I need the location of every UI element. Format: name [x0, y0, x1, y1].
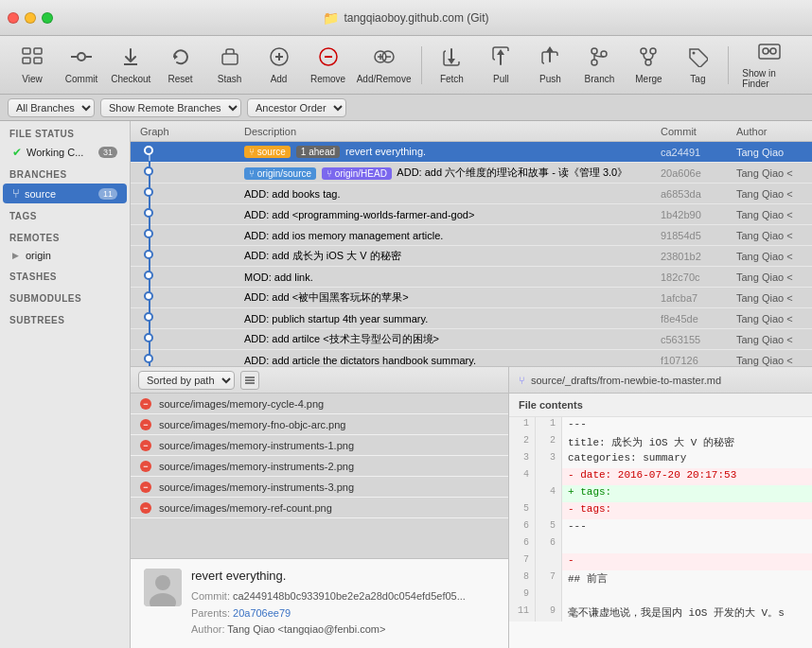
- table-row[interactable]: ADD: add <被中国黑客玩坏的苹果> 1afcba7 Tang Qiao …: [131, 288, 812, 308]
- reset-button[interactable]: Reset: [158, 43, 203, 88]
- table-row[interactable]: MOD: add link. 182c70c Tang Qiao <: [131, 267, 812, 288]
- commit-label: Commit: [65, 74, 97, 84]
- svg-marker-21: [497, 49, 504, 55]
- source-branch-badge: 11: [98, 188, 117, 200]
- addremove-label: Add/Remove: [357, 74, 412, 84]
- push-button[interactable]: Push: [527, 43, 573, 88]
- working-copy-icon: ✔: [12, 146, 22, 159]
- diff-line: 3 3 categories: summary: [509, 451, 812, 468]
- svg-rect-2: [23, 58, 30, 63]
- checkout-label: Checkout: [111, 74, 150, 84]
- commit-header: Commit: [661, 126, 736, 137]
- list-item[interactable]: − source/images/memory-cycle-4.png: [131, 394, 508, 414]
- svg-point-23: [591, 48, 597, 54]
- source-tag: ⑂ source: [244, 146, 291, 158]
- diff-line: 6 5 ---: [509, 519, 812, 536]
- table-row[interactable]: ADD: add article the dictators handbook …: [131, 350, 812, 366]
- file-path: source/images/memory-cycle-4.png: [159, 398, 324, 410]
- sidebar-item-source[interactable]: ⑂ source 11: [3, 184, 127, 203]
- svg-rect-1: [34, 48, 42, 54]
- minimize-button[interactable]: [25, 12, 36, 24]
- tag-label: Tag: [690, 74, 705, 84]
- tag-button[interactable]: Tag: [675, 43, 720, 88]
- add-label: Add: [271, 74, 288, 84]
- table-row[interactable]: ADD: publich startup 4th year summary. f…: [131, 308, 812, 329]
- commit-hash-col: 23801b2: [661, 251, 736, 262]
- desc-col: ⑂ source 1 ahead revert everything.: [244, 146, 661, 159]
- sidebar-item-working-copy[interactable]: ✔ Working C... 31: [3, 143, 127, 162]
- diff-panel: ⑂ source/_drafts/from-newbie-to-master.m…: [509, 367, 812, 648]
- checkout-button[interactable]: Checkout: [108, 43, 154, 88]
- commit-message: revert everything.: [191, 569, 495, 583]
- source-branch-label: source: [25, 188, 56, 200]
- titlebar: 📁 tangqiaoboy.github.com (Git): [0, 0, 812, 36]
- table-row[interactable]: ⑂ origin/source ⑂ origin/HEAD ADD: add 六…: [131, 163, 812, 184]
- remote-branches-select[interactable]: Show Remote Branches: [100, 98, 241, 117]
- commit-hash-col: 1b42b90: [661, 209, 736, 220]
- list-item[interactable]: − source/images/memory-instruments-1.png: [131, 435, 508, 456]
- reset-label: Reset: [168, 74, 192, 84]
- author-col: Tang Qiao <: [736, 292, 812, 304]
- commit-list-header: Graph Description Commit Author: [131, 121, 812, 142]
- commit-hash-col: 182c70c: [661, 271, 736, 283]
- list-view-button[interactable]: [240, 371, 259, 390]
- reset-icon: [170, 46, 191, 71]
- working-copy-label: Working C...: [26, 147, 83, 158]
- remove-button[interactable]: Remove: [306, 43, 351, 88]
- table-row[interactable]: ADD: add 成长为 iOS 大 V 的秘密 23801b2 Tang Qi…: [131, 246, 812, 267]
- svg-point-28: [650, 48, 656, 54]
- table-row[interactable]: ⑂ source 1 ahead revert everything. ca24…: [131, 142, 812, 163]
- graph-col: [131, 348, 244, 366]
- svg-marker-22: [546, 46, 554, 52]
- commit-button[interactable]: Commit: [59, 43, 104, 88]
- list-item[interactable]: − source/images/memory-ref-count.png: [131, 498, 508, 518]
- bottom-split: Sorted by path − source/images/memory-cy…: [131, 367, 812, 648]
- branch-button[interactable]: Branch: [576, 43, 622, 88]
- pull-button[interactable]: Pull: [478, 43, 523, 88]
- list-item[interactable]: − source/images/memory-fno-objc-arc.png: [131, 414, 508, 435]
- fetch-button[interactable]: Fetch: [429, 43, 474, 88]
- table-row[interactable]: ADD: add ios memory management article. …: [131, 225, 812, 246]
- commit-full-hash: ca2449148b0c933910be2e2a28d0c054efd5ef05…: [233, 590, 466, 602]
- diff-file-path: source/_drafts/from-newbie-to-master.md: [531, 375, 721, 386]
- maximize-button[interactable]: [42, 12, 53, 24]
- author-col: Tang Qiao <: [736, 230, 812, 241]
- svg-point-32: [770, 48, 776, 54]
- line-numbers: 1 1: [509, 417, 562, 434]
- stash-button[interactable]: Stash: [207, 43, 253, 88]
- svg-point-31: [763, 48, 768, 54]
- commit-hash-col: 91854d5: [661, 230, 736, 241]
- table-row[interactable]: ADD: add books tag. a6853da Tang Qiao <: [131, 184, 812, 204]
- origin-label: origin: [26, 250, 51, 261]
- merge-button[interactable]: Merge: [626, 43, 671, 88]
- commit-meta: Commit: ca2449148b0c933910be2e2a28d0c054…: [191, 588, 495, 605]
- sidebar-item-origin[interactable]: ▶ origin: [3, 247, 127, 264]
- view-button[interactable]: View: [9, 43, 55, 88]
- commit-details: revert everything. Commit: ca2449148b0c9…: [191, 569, 495, 639]
- order-select[interactable]: Ancestor Order: [247, 98, 346, 117]
- branch-filter-select[interactable]: All Branches: [8, 98, 95, 117]
- view-icon: [21, 46, 44, 71]
- list-item[interactable]: − source/images/memory-instruments-3.png: [131, 477, 508, 498]
- table-row[interactable]: ADD: add artilce <技术主导型公司的困境> c563155 Ta…: [131, 329, 812, 350]
- list-item[interactable]: − source/images/memory-instruments-2.png: [131, 456, 508, 477]
- author-col: Tang Qiao <: [736, 209, 812, 220]
- fetch-label: Fetch: [440, 74, 464, 84]
- view-label: View: [22, 74, 43, 84]
- svg-point-38: [155, 575, 170, 590]
- add-button[interactable]: Add: [256, 43, 302, 88]
- author-col: Tang Qiao: [736, 147, 812, 158]
- diff-header: ⑂ source/_drafts/from-newbie-to-master.m…: [509, 367, 812, 394]
- sort-select[interactable]: Sorted by path: [138, 371, 235, 390]
- addremove-icon: [374, 46, 395, 71]
- sidebar: FILE STATUS ✔ Working C... 31 BRANCHES ⑂…: [0, 121, 131, 648]
- author-col: Tang Qiao <: [736, 271, 812, 283]
- stash-icon: [220, 46, 240, 71]
- show-in-finder-button[interactable]: Show in Finder: [736, 37, 803, 93]
- close-button[interactable]: [8, 12, 19, 24]
- parents-link[interactable]: 20a706ee79: [233, 607, 291, 619]
- table-row[interactable]: ADD: add <programming-worlds-farmer-and-…: [131, 204, 812, 225]
- merge-icon: [638, 46, 659, 71]
- addremove-button[interactable]: Add/Remove: [355, 43, 414, 88]
- content-area: Graph Description Commit Author ⑂ source: [131, 121, 812, 648]
